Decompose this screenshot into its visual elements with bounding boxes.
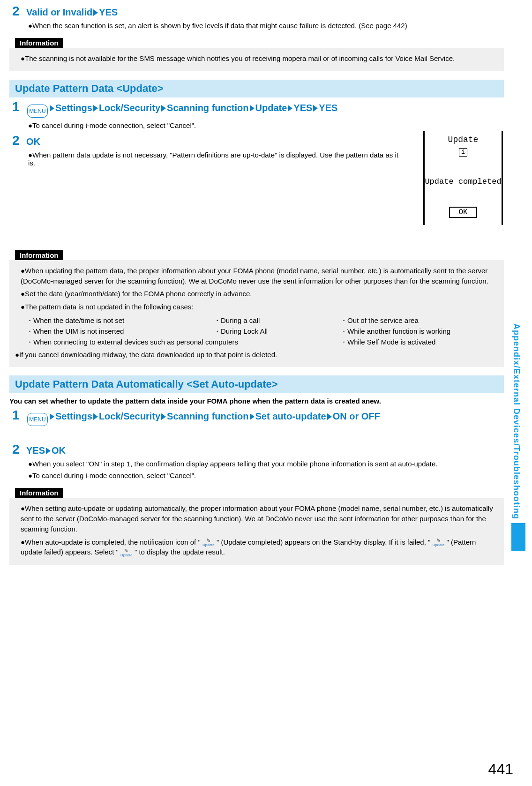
- step-number: 2: [12, 134, 23, 147]
- breadcrumb-item: ON or OFF: [333, 411, 380, 421]
- page-number: 441: [488, 761, 513, 778]
- breadcrumb-item: Lock/Security: [99, 103, 160, 113]
- phone-message: Update completed: [425, 177, 502, 186]
- breadcrumb-item: Settings: [55, 103, 92, 113]
- information-box: ●When setting auto-update or updating au…: [9, 498, 504, 565]
- arrow-icon: [327, 413, 332, 420]
- information-label: Information: [15, 250, 63, 260]
- arrow-icon: [250, 105, 255, 112]
- info-text: ●Set the date (year/month/date) for the …: [21, 289, 498, 299]
- section-header-auto-update: Update Pattern Data Automatically <Set A…: [9, 375, 504, 393]
- list-item: ・Out of the service area: [340, 315, 498, 326]
- list-item: ・When connecting to external devices suc…: [26, 337, 336, 347]
- step-title: Valid or InvalidYES: [26, 7, 118, 18]
- step-2-yes-ok: 2 YESOK: [9, 443, 504, 456]
- arrow-icon: [161, 105, 166, 112]
- breadcrumb-item: Update: [255, 103, 287, 113]
- phone-screenshot: Update i Update completed OK: [423, 131, 503, 225]
- arrow-icon: [46, 448, 51, 454]
- body-text: ●When you select "ON" in step 1, the con…: [28, 460, 504, 468]
- arrow-icon: [161, 413, 166, 420]
- breadcrumb-item: YES: [319, 103, 337, 113]
- update-notification-icon: ✎Update: [120, 548, 133, 557]
- arrow-icon: [50, 105, 54, 112]
- breadcrumb-item: Settings: [55, 411, 92, 421]
- list-item: ・While another function is working: [340, 326, 498, 337]
- step-title: MENUSettingsLock/SecurityScanning functi…: [26, 411, 380, 426]
- step-number: 2: [12, 443, 23, 456]
- breadcrumb-item: Scanning function: [167, 411, 248, 421]
- list-item: ・During a call: [214, 315, 336, 326]
- step-title-part: Valid or Invalid: [26, 7, 92, 17]
- information-box: ●The scanning is not available for the S…: [9, 48, 504, 71]
- breadcrumb-item: Set auto-update: [255, 411, 326, 421]
- info-text: ●If you cancel downloading midway, the d…: [15, 350, 498, 360]
- section-header-update: Update Pattern Data <Update>: [9, 80, 504, 97]
- arrow-icon: [313, 105, 318, 112]
- text-fragment: ●When auto-update is completed, the noti…: [21, 538, 201, 546]
- text-fragment: " (Update completed) appears on the Stan…: [217, 538, 430, 546]
- arrow-icon: [93, 9, 98, 16]
- step-title: MENUSettingsLock/SecurityScanning functi…: [26, 103, 337, 118]
- body-text: ●When pattern data update is not necessa…: [28, 151, 403, 167]
- list-item: ・While Self Mode is activated: [340, 337, 498, 347]
- arrow-icon: [50, 413, 54, 420]
- information-label: Information: [15, 488, 63, 498]
- information-box: ●When updating the pattern data, the pro…: [9, 260, 504, 367]
- list-item: ・When the UIM is not inserted: [26, 326, 209, 337]
- step-title-part: YES: [99, 7, 118, 17]
- info-text: ●The pattern data is not updated in the …: [21, 302, 498, 312]
- menu-icon: MENU: [27, 105, 48, 118]
- info-text: ●The scanning is not available for the S…: [21, 53, 498, 64]
- step-number: 1: [12, 100, 23, 113]
- body-text: ●To cancel during i-mode connection, sel…: [28, 121, 504, 129]
- breadcrumb-item: YES: [293, 103, 312, 113]
- info-icon: i: [459, 148, 467, 157]
- section-tab: Appendix/External Devices/Troubleshootin…: [511, 323, 525, 614]
- arrow-icon: [288, 105, 292, 112]
- text-fragment: " to display the update result.: [135, 548, 225, 556]
- list-item: ・When the date/time is not set: [26, 315, 209, 326]
- menu-icon: MENU: [27, 413, 48, 426]
- info-text: ●When setting auto-update or updating au…: [21, 503, 498, 534]
- body-text: ●To cancel during i-mode connection, sel…: [28, 472, 504, 479]
- arrow-icon: [250, 413, 255, 420]
- section-subtitle: You can set whether to update the patter…: [9, 397, 504, 405]
- phone-title: Update: [425, 135, 502, 144]
- breadcrumb-item: YES: [26, 445, 45, 456]
- body-text: ●When the scan function is set, an alert…: [28, 22, 504, 30]
- breadcrumb-item: Scanning function: [167, 103, 248, 113]
- breadcrumb-item: OK: [52, 445, 66, 456]
- info-text: ●When updating the pattern data, the pro…: [21, 266, 498, 286]
- step-number: 2: [12, 5, 23, 18]
- step-1-update: 1 MENUSettingsLock/SecurityScanning func…: [9, 100, 504, 118]
- info-text: ●When auto-update is completed, the noti…: [21, 537, 498, 558]
- step-number: 1: [12, 409, 23, 422]
- arrow-icon: [93, 105, 98, 112]
- information-label: Information: [15, 38, 63, 48]
- section-tab-label: Appendix/External Devices/Troubleshootin…: [511, 323, 521, 519]
- update-notification-icon: ✎Update: [202, 538, 215, 547]
- section-tab-marker: [511, 523, 525, 551]
- step-1-auto-update: 1 MENUSettingsLock/SecurityScanning func…: [9, 409, 504, 426]
- breadcrumb-item: Lock/Security: [99, 411, 160, 421]
- arrow-icon: [93, 413, 98, 420]
- list-item: ・During Lock All: [214, 326, 336, 337]
- step-title: OK: [26, 136, 40, 147]
- step-title: YESOK: [26, 445, 66, 456]
- step-2-valid-invalid: 2 Valid or InvalidYES: [9, 5, 504, 18]
- update-failed-icon: ✎Update: [433, 538, 445, 547]
- phone-ok-button: OK: [449, 207, 477, 218]
